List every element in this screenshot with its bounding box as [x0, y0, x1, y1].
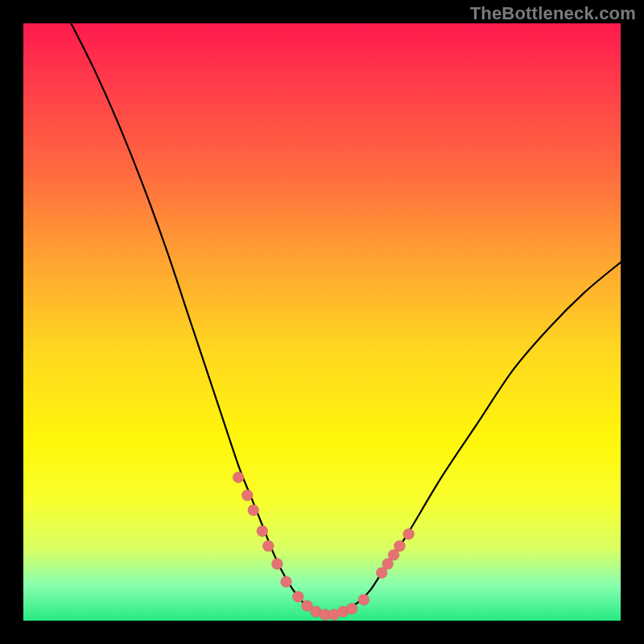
bottleneck-curve	[71, 23, 621, 616]
highlight-dot	[280, 576, 291, 588]
highlight-dots-group	[233, 472, 414, 621]
chart-plot-area	[23, 23, 621, 621]
highlight-dot	[358, 594, 369, 605]
chart-svg	[23, 23, 621, 621]
chart-frame: TheBottleneck.com	[0, 0, 644, 644]
highlight-dot	[262, 540, 274, 551]
highlight-dot	[271, 559, 283, 570]
highlight-dot	[292, 591, 303, 602]
watermark-text: TheBottleneck.com	[470, 3, 636, 24]
highlight-dot	[257, 526, 268, 537]
highlight-dot	[233, 472, 244, 483]
highlight-dot	[242, 489, 253, 501]
highlight-dot	[403, 528, 415, 539]
highlight-dot	[346, 603, 357, 614]
highlight-dot	[248, 505, 259, 516]
highlight-dot	[394, 540, 405, 551]
